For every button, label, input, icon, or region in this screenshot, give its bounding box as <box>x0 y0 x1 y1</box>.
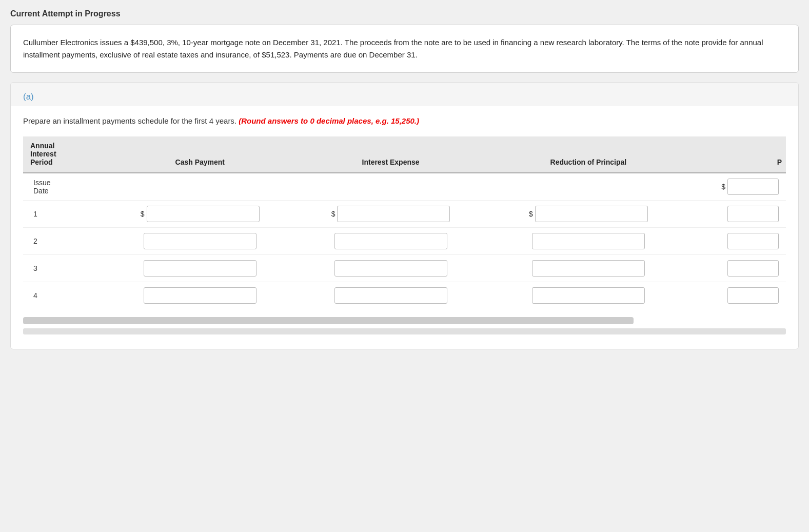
cell-interest-4 <box>293 282 488 309</box>
cell-reduction-4 <box>488 282 689 309</box>
input-principal-3[interactable] <box>727 260 779 277</box>
input-cash-2[interactable] <box>144 233 256 249</box>
cell-cash-4 <box>106 282 293 309</box>
input-cash-1[interactable] <box>147 206 260 222</box>
dollar-sign-reduction-1: $ <box>529 210 533 218</box>
input-reduction-2[interactable] <box>532 233 645 249</box>
col-header-period: AnnualInterestPeriod <box>23 136 106 173</box>
col-header-principal: P <box>689 136 786 173</box>
cell-cash-1: $ <box>106 200 293 227</box>
input-reduction-1[interactable] <box>535 206 648 222</box>
input-reduction-4[interactable] <box>532 287 645 304</box>
col-header-interest: Interest Expense <box>293 136 488 173</box>
page-wrapper: Current Attempt in Progress Cullumber El… <box>0 0 809 370</box>
cell-period-4: 4 <box>23 282 106 309</box>
input-principal-issue[interactable] <box>727 179 779 195</box>
cell-interest-1: $ <box>293 200 488 227</box>
cell-period-2: 2 <box>23 227 106 254</box>
input-interest-1[interactable] <box>337 206 450 222</box>
col-header-cash: Cash Payment <box>106 136 293 173</box>
dollar-sign-interest-1: $ <box>331 210 336 218</box>
cell-reduction-issue <box>488 173 689 201</box>
cell-period-issue: IssueDate <box>23 173 106 201</box>
table-row-2: 2 <box>23 227 786 254</box>
schedule-table: AnnualInterestPeriod Cash Payment Intere… <box>23 136 786 309</box>
input-cash-4[interactable] <box>144 287 256 304</box>
page-title: Current Attempt in Progress <box>10 5 799 25</box>
input-interest-4[interactable] <box>334 287 447 304</box>
cell-interest-issue <box>293 173 488 201</box>
cell-principal-4 <box>689 282 786 309</box>
cell-period-3: 3 <box>23 254 106 282</box>
col-header-reduction: Reduction of Principal <box>488 136 689 173</box>
cell-interest-2 <box>293 227 488 254</box>
cell-reduction-3 <box>488 254 689 282</box>
cell-cash-2 <box>106 227 293 254</box>
cell-principal-3 <box>689 254 786 282</box>
input-principal-4[interactable] <box>727 287 779 304</box>
table-row-issue: IssueDate $ <box>23 173 786 201</box>
instructions-plain: Prepare an installment payments schedule… <box>23 116 236 125</box>
cell-reduction-1: $ <box>488 200 689 227</box>
cell-period-1: 1 <box>23 200 106 227</box>
cell-principal-1 <box>689 200 786 227</box>
section-a-box: (a) Prepare an installment payments sche… <box>10 82 799 349</box>
input-interest-2[interactable] <box>334 233 447 249</box>
section-a-label: (a) <box>11 83 798 106</box>
table-row-4: 4 <box>23 282 786 309</box>
cell-interest-3 <box>293 254 488 282</box>
problem-text: Cullumber Electronics issues a $439,500,… <box>23 38 763 59</box>
input-reduction-3[interactable] <box>532 260 645 277</box>
cell-reduction-2 <box>488 227 689 254</box>
cell-principal-issue: $ <box>689 173 786 201</box>
problem-box: Cullumber Electronics issues a $439,500,… <box>10 25 799 73</box>
horizontal-scrollbar[interactable] <box>23 317 634 324</box>
dollar-sign-principal-issue: $ <box>721 183 725 191</box>
input-interest-3[interactable] <box>334 260 447 277</box>
section-a-content: Prepare an installment payments schedule… <box>11 106 798 349</box>
table-row-3: 3 <box>23 254 786 282</box>
input-principal-1[interactable] <box>727 206 779 222</box>
instructions-highlight: (Round answers to 0 decimal places, e.g.… <box>239 116 419 125</box>
bottom-decoration <box>23 328 786 334</box>
cell-cash-issue <box>106 173 293 201</box>
instructions: Prepare an installment payments schedule… <box>23 115 786 127</box>
input-principal-2[interactable] <box>727 233 779 249</box>
schedule-table-wrapper: AnnualInterestPeriod Cash Payment Intere… <box>23 136 786 309</box>
table-row-1: 1 $ $ <box>23 200 786 227</box>
cell-principal-2 <box>689 227 786 254</box>
input-cash-3[interactable] <box>144 260 256 277</box>
dollar-sign-cash-1: $ <box>141 210 145 218</box>
cell-cash-3 <box>106 254 293 282</box>
